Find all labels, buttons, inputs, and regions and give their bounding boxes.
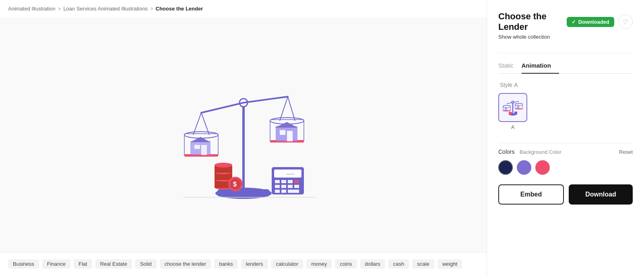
style-item-a[interactable]: A	[498, 93, 527, 130]
tab-animation[interactable]: Animation	[522, 58, 559, 74]
tab-static[interactable]: Static	[498, 58, 522, 74]
tag[interactable]: Real Estate	[95, 259, 132, 269]
svg-rect-58	[505, 107, 507, 110]
tag[interactable]: Business	[8, 259, 39, 269]
tag[interactable]: weight	[438, 259, 462, 269]
breadcrumb-sep-1: >	[58, 6, 61, 12]
tag[interactable]: dollars	[360, 259, 385, 269]
favorite-button[interactable]: ♡	[618, 14, 633, 29]
svg-rect-45	[294, 185, 299, 188]
breadcrumb: Animated Illustration > Loan Services An…	[0, 0, 487, 17]
svg-rect-57	[503, 110, 510, 111]
svg-rect-15	[201, 145, 207, 155]
tag[interactable]: Flat	[74, 259, 92, 269]
downloaded-label: Downloaded	[578, 19, 609, 25]
tab-bar: Static Animation	[498, 58, 633, 74]
svg-rect-39	[281, 180, 286, 183]
tag[interactable]: choose the lender	[160, 259, 211, 269]
breadcrumb-item-1[interactable]: Animated Illustration	[8, 6, 56, 12]
svg-rect-21	[276, 126, 297, 141]
tag[interactable]: scale	[412, 259, 434, 269]
svg-rect-23	[287, 131, 293, 141]
embed-button[interactable]: Embed	[498, 184, 564, 205]
svg-rect-2	[217, 189, 270, 196]
svg-rect-41	[294, 180, 299, 183]
svg-rect-42	[275, 185, 280, 188]
svg-point-10	[184, 132, 218, 138]
svg-rect-14	[194, 145, 200, 149]
illustration-area: $ ——	[0, 17, 487, 252]
breadcrumb-sep-2: >	[150, 6, 153, 12]
tag[interactable]: Solid	[135, 259, 157, 269]
panel-header: Choose the Lender ✓ Downloaded ♡	[498, 11, 633, 32]
style-name-a: A	[511, 124, 514, 130]
bg-color-label: Background Color	[520, 149, 561, 155]
svg-rect-64	[514, 112, 517, 114]
svg-rect-43	[281, 185, 286, 188]
style-thumb-a[interactable]	[498, 93, 527, 122]
reset-button[interactable]: Reset	[619, 149, 633, 155]
svg-point-31	[215, 163, 232, 167]
svg-rect-22	[280, 130, 285, 135]
svg-line-8	[280, 97, 288, 121]
color-swatches	[498, 160, 633, 175]
svg-rect-62	[517, 105, 519, 108]
panel-title: Choose the Lender	[498, 11, 567, 32]
svg-text:——: ——	[286, 172, 294, 176]
svg-rect-13	[190, 141, 211, 155]
svg-rect-47	[281, 190, 286, 193]
tag[interactable]: coins	[335, 259, 357, 269]
colors-label: Colors	[498, 149, 514, 155]
colors-header: Colors Background Color Reset	[498, 148, 633, 155]
right-panel: Choose the Lender ✓ Downloaded ♡ Show wh…	[487, 0, 644, 275]
svg-text:$: $	[233, 181, 237, 188]
action-buttons: Embed Download	[498, 184, 633, 205]
svg-line-4	[201, 103, 244, 113]
svg-rect-44	[288, 185, 293, 188]
svg-rect-63	[509, 112, 512, 114]
tag[interactable]: cash	[388, 259, 409, 269]
breadcrumb-item-2[interactable]: Loan Services Animated Illustrations	[63, 6, 148, 12]
style-label: StyleA	[498, 82, 633, 88]
divider-2	[498, 143, 633, 143]
swatch-pink-red[interactable]	[535, 160, 550, 175]
svg-marker-24	[275, 122, 297, 128]
tag[interactable]: lenders	[241, 259, 268, 269]
downloaded-badge: ✓ Downloaded	[567, 17, 614, 27]
svg-line-9	[288, 97, 295, 121]
svg-rect-48	[288, 190, 299, 193]
swatch-dark-blue[interactable]	[498, 160, 513, 175]
illustration-svg: $ ——	[143, 54, 344, 215]
svg-line-5	[244, 97, 288, 103]
svg-rect-40	[288, 180, 293, 183]
svg-rect-61	[515, 108, 522, 109]
svg-rect-46	[275, 190, 280, 193]
download-button[interactable]: Download	[569, 184, 633, 205]
style-grid: A	[498, 93, 633, 130]
swatch-purple[interactable]	[517, 160, 531, 175]
check-icon: ✓	[572, 19, 576, 25]
svg-rect-38	[275, 180, 280, 183]
show-collection-link[interactable]: Show whole collection	[498, 34, 633, 40]
tags-bar: BusinessFinanceFlatReal EstateSolidchoos…	[0, 252, 487, 275]
divider-1	[498, 53, 633, 53]
breadcrumb-current: Choose the Lender	[156, 6, 203, 12]
tag[interactable]: banks	[214, 259, 238, 269]
tag[interactable]: calculator	[271, 259, 303, 269]
tag[interactable]: money	[306, 259, 332, 269]
tag[interactable]: Finance	[42, 259, 70, 269]
